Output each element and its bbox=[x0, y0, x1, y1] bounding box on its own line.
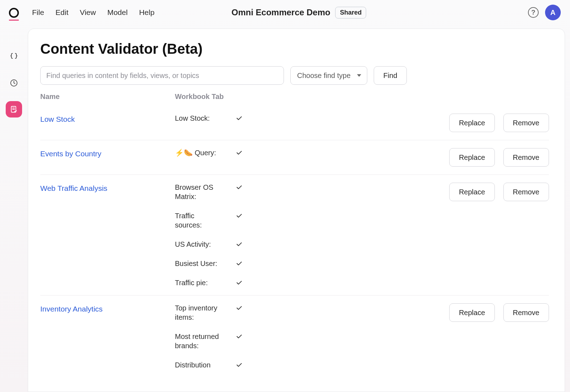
tab-label: Most returned brands: bbox=[175, 332, 221, 350]
table-header: Name Workbook Tab bbox=[40, 93, 549, 106]
tab-label: Busiest User: bbox=[175, 259, 221, 268]
check-icon bbox=[235, 303, 243, 313]
tab-label: Distribution bbox=[175, 360, 221, 370]
tab-label: Traffic pie: bbox=[175, 278, 221, 287]
row-actions: ReplaceRemove bbox=[449, 303, 549, 370]
top-bar: File Edit View Model Help Omni Ecommerce… bbox=[28, 0, 570, 25]
top-center: Omni Ecommerce Demo Shared bbox=[232, 7, 366, 19]
main-panel: Content Validator (Beta) Choose find typ… bbox=[28, 28, 565, 392]
shared-badge[interactable]: Shared bbox=[335, 7, 366, 19]
find-button[interactable]: Find bbox=[374, 66, 407, 85]
row-actions: ReplaceRemove bbox=[449, 114, 549, 132]
search-input[interactable] bbox=[40, 66, 284, 85]
remove-button[interactable]: Remove bbox=[503, 114, 549, 132]
check-icon bbox=[235, 360, 243, 370]
page-title: Content Validator (Beta) bbox=[40, 41, 549, 57]
tab-line: Most returned brands: bbox=[175, 332, 246, 350]
table-row: Web Traffic AnalysisBrowser OS Matrix:Tr… bbox=[40, 174, 549, 295]
rows-container: Low StockLow Stock:ReplaceRemoveEvents b… bbox=[40, 106, 549, 377]
table-row: Events by Country⚡🌭 Query:ReplaceRemove bbox=[40, 140, 549, 174]
content-validator-icon[interactable] bbox=[6, 101, 22, 117]
row-actions: ReplaceRemove bbox=[449, 148, 549, 167]
menu-edit[interactable]: Edit bbox=[56, 8, 68, 17]
check-icon bbox=[235, 240, 243, 249]
row-tabs: ⚡🌭 Query: bbox=[175, 148, 246, 167]
table-row: Low StockLow Stock:ReplaceRemove bbox=[40, 106, 549, 140]
tab-label: Traffic sources: bbox=[175, 211, 221, 230]
find-type-label: Choose find type bbox=[297, 72, 351, 80]
check-icon bbox=[235, 148, 243, 157]
history-icon[interactable] bbox=[6, 75, 22, 91]
replace-button[interactable]: Replace bbox=[449, 303, 494, 322]
avatar[interactable]: A bbox=[545, 5, 561, 20]
help-icon[interactable]: ? bbox=[528, 7, 539, 18]
check-icon bbox=[235, 114, 243, 123]
tab-line: Low Stock: bbox=[175, 114, 246, 123]
row-actions: ReplaceRemove bbox=[449, 183, 549, 287]
app-logo[interactable] bbox=[9, 8, 19, 18]
row-name-link[interactable]: Inventory Analytics bbox=[40, 303, 175, 370]
row-tabs: Top inventory items:Most returned brands… bbox=[175, 303, 246, 370]
check-icon bbox=[235, 183, 243, 192]
tab-line: Traffic pie: bbox=[175, 278, 246, 287]
tab-label: US Activity: bbox=[175, 240, 221, 249]
project-title: Omni Ecommerce Demo bbox=[232, 7, 330, 17]
top-right: ? A bbox=[528, 5, 561, 20]
row-tabs: Browser OS Matrix:Traffic sources:US Act… bbox=[175, 183, 246, 287]
check-icon bbox=[235, 278, 243, 287]
check-icon bbox=[235, 259, 243, 268]
tab-label: Top inventory items: bbox=[175, 303, 221, 322]
replace-button[interactable]: Replace bbox=[449, 114, 494, 132]
tab-label: Browser OS Matrix: bbox=[175, 183, 221, 201]
left-rail bbox=[0, 0, 28, 392]
tab-line: Busiest User: bbox=[175, 259, 246, 268]
row-name-link[interactable]: Low Stock bbox=[40, 114, 175, 132]
tab-line: Top inventory items: bbox=[175, 303, 246, 322]
replace-button[interactable]: Replace bbox=[449, 148, 494, 167]
tab-line: US Activity: bbox=[175, 240, 246, 249]
tab-label: ⚡🌭 Query: bbox=[175, 148, 221, 157]
tab-line: Traffic sources: bbox=[175, 211, 246, 230]
check-icon bbox=[235, 211, 243, 220]
main-menu: File Edit View Model Help bbox=[32, 8, 155, 17]
find-type-select[interactable]: Choose find type bbox=[290, 66, 367, 85]
remove-button[interactable]: Remove bbox=[503, 303, 549, 322]
remove-button[interactable]: Remove bbox=[503, 148, 549, 167]
row-name-link[interactable]: Web Traffic Analysis bbox=[40, 183, 175, 287]
tab-line: Distribution bbox=[175, 360, 246, 370]
menu-file[interactable]: File bbox=[32, 8, 44, 17]
menu-model[interactable]: Model bbox=[107, 8, 128, 17]
menu-help[interactable]: Help bbox=[139, 8, 154, 17]
remove-button[interactable]: Remove bbox=[503, 183, 549, 201]
tab-label: Low Stock: bbox=[175, 114, 221, 123]
menu-view[interactable]: View bbox=[80, 8, 96, 17]
replace-button[interactable]: Replace bbox=[449, 183, 494, 201]
code-braces-icon[interactable] bbox=[6, 48, 22, 65]
check-icon bbox=[235, 332, 243, 341]
col-header-name: Name bbox=[40, 93, 175, 101]
row-tabs: Low Stock: bbox=[175, 114, 246, 132]
row-name-link[interactable]: Events by Country bbox=[40, 148, 175, 167]
col-header-tab: Workbook Tab bbox=[175, 93, 235, 101]
controls-row: Choose find type Find bbox=[40, 66, 549, 85]
tab-line: ⚡🌭 Query: bbox=[175, 148, 246, 157]
panel-scroll[interactable]: Content Validator (Beta) Choose find typ… bbox=[40, 41, 553, 392]
table-row: Inventory AnalyticsTop inventory items:M… bbox=[40, 295, 549, 377]
tab-line: Browser OS Matrix: bbox=[175, 183, 246, 201]
